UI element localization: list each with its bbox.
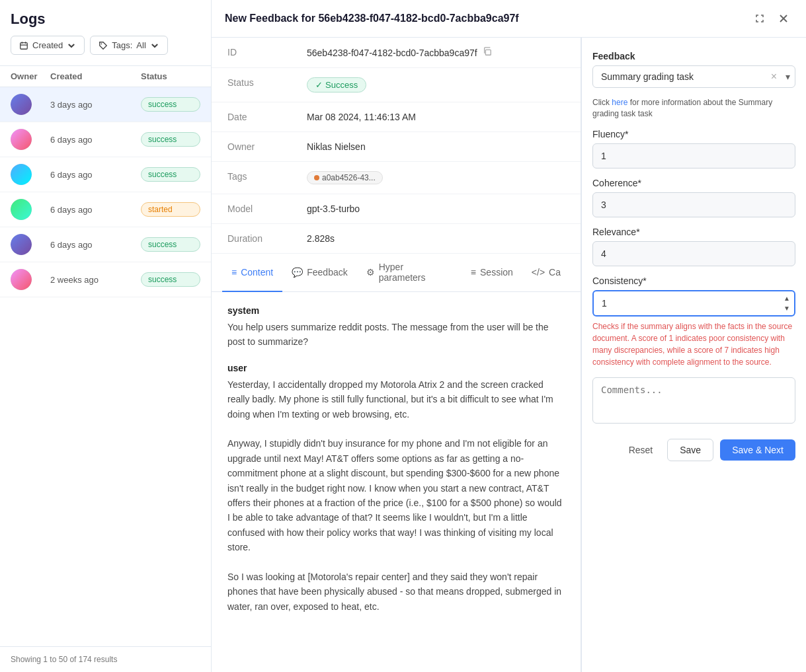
log-time: 6 days ago — [50, 205, 141, 215]
relevance-input[interactable] — [592, 241, 795, 266]
select-clear-button[interactable]: × — [771, 71, 777, 82]
modal-header-actions — [750, 9, 793, 28]
consistency-input-wrap: ▲ ▼ — [592, 290, 795, 317]
log-time: 6 days ago — [50, 170, 141, 180]
main-content: ID 56eb4238-f047-4182-bcd0-7acbba9ca97f … — [212, 38, 806, 672]
info-link[interactable]: here — [612, 98, 627, 107]
save-next-button[interactable]: Save & Next — [720, 439, 795, 461]
ca-tab-label: Ca — [549, 267, 561, 278]
feedback-section: Feedback Summary grading task × ▾ — [592, 51, 795, 88]
log-time: 2 weeks ago — [50, 275, 141, 285]
copy-id-button[interactable] — [483, 47, 492, 58]
modal-header: New Feedback for 56eb4238-f047-4182-bcd0… — [212, 0, 806, 38]
id-label: ID — [227, 47, 307, 57]
log-list: 3 days ago success 6 days ago success 6 … — [0, 87, 211, 646]
date-label: Date — [227, 112, 307, 122]
status-badge: started — [141, 202, 200, 217]
detail-row-duration: Duration 2.828s — [212, 224, 581, 254]
created-filter-button[interactable]: Created — [11, 36, 85, 55]
table-row[interactable]: 3 days ago success — [0, 87, 211, 122]
message-system: system You help users summarize reddit p… — [227, 305, 565, 350]
detail-row-tags: Tags a0ab4526-43... — [212, 162, 581, 194]
feedback-tab-label: Feedback — [307, 267, 347, 278]
table-row[interactable]: 6 days ago success — [0, 227, 211, 262]
tags-value: a0ab4526-43... — [307, 171, 565, 184]
spinner-buttons: ▲ ▼ — [781, 293, 793, 313]
tags-filter-button[interactable]: Tags: All — [90, 36, 168, 55]
log-time: 6 days ago — [50, 240, 141, 250]
pagination-info: Showing 1 to 50 of 174 results — [0, 646, 211, 672]
content-tab-icon: ≡ — [231, 267, 237, 278]
owner-label: Owner — [227, 141, 307, 152]
coherence-input[interactable] — [592, 192, 795, 217]
save-button[interactable]: Save — [667, 439, 713, 461]
fluency-input[interactable] — [592, 143, 795, 168]
tags-label: Tags — [227, 171, 307, 182]
spinner-up-button[interactable]: ▲ — [781, 293, 793, 303]
status-badge: success — [141, 132, 200, 147]
table-row[interactable]: 6 days ago started — [0, 192, 211, 227]
table-row[interactable]: 2 weeks ago success — [0, 262, 211, 297]
svg-rect-0 — [20, 42, 28, 49]
status-badge: success — [141, 167, 200, 182]
table-header: Owner Created Status — [0, 66, 211, 87]
copy-icon — [483, 47, 492, 56]
tabs-bar: ≡ Content 💬 Feedback ⚙ Hyper parameters … — [212, 254, 581, 292]
checkmark-icon: ✓ — [315, 80, 323, 90]
coherence-label: Coherence* — [592, 178, 795, 188]
tab-feedback[interactable]: 💬 Feedback — [282, 254, 356, 292]
comments-field — [592, 377, 795, 426]
detail-row-id: ID 56eb4238-f047-4182-bcd0-7acbba9ca97f — [212, 38, 581, 68]
msg-role-user: user — [227, 363, 565, 373]
consistency-input[interactable] — [592, 290, 795, 317]
session-tab-label: Session — [480, 267, 513, 278]
avatar — [11, 94, 32, 115]
tag-pill[interactable]: a0ab4526-43... — [307, 171, 383, 184]
duration-label: Duration — [227, 233, 307, 244]
content-body: system You help users summarize reddit p… — [212, 292, 581, 672]
reset-button[interactable]: Reset — [621, 439, 661, 461]
feedback-tab-icon: 💬 — [292, 267, 303, 278]
tag-icon — [99, 41, 108, 50]
spinner-down-button[interactable]: ▼ — [781, 303, 793, 313]
feedback-section-label: Feedback — [592, 51, 795, 61]
close-button[interactable] — [774, 9, 793, 28]
msg-text-user: Yesterday, I accidentally dropped my Mot… — [227, 377, 565, 614]
chevron-down-icon — [67, 41, 76, 50]
avatar — [11, 234, 32, 255]
message-user: user Yesterday, I accidentally dropped m… — [227, 363, 565, 614]
col-created: Created — [50, 71, 141, 81]
status-label: Status — [227, 77, 307, 88]
avatar — [11, 199, 32, 220]
feedback-select[interactable]: Summary grading task — [592, 65, 795, 88]
tags-filter-value: All — [136, 40, 145, 50]
model-value: gpt-3.5-turbo — [307, 204, 565, 214]
detail-row-model: Model gpt-3.5-turbo — [212, 194, 581, 224]
table-row[interactable]: 6 days ago success — [0, 157, 211, 192]
table-row[interactable]: 6 days ago success — [0, 122, 211, 157]
msg-text-system: You help users summarize reddit posts. T… — [227, 320, 565, 350]
date-value: Mar 08 2024, 11:46:13 AM — [307, 112, 565, 122]
fluency-label: Fluency* — [592, 129, 795, 139]
left-header: Logs Created Tags: All — [0, 0, 211, 66]
status-badge: success — [141, 237, 200, 252]
modal-title: New Feedback for 56eb4238-f047-4182-bcd0… — [225, 13, 519, 24]
avatar — [11, 164, 32, 185]
avatar — [11, 129, 32, 150]
status-badge-detail: ✓ Success — [307, 77, 366, 93]
svg-point-4 — [101, 43, 102, 44]
feedback-select-wrap: Summary grading task × ▾ — [592, 65, 795, 88]
owner-value: Niklas Nielsen — [307, 141, 565, 152]
log-time: 3 days ago — [50, 100, 141, 110]
comments-input[interactable] — [592, 377, 795, 424]
tab-session[interactable]: ≡ Session — [462, 254, 522, 292]
tab-content[interactable]: ≡ Content — [222, 254, 282, 292]
id-value: 56eb4238-f047-4182-bcd0-7acbba9ca97f — [307, 47, 565, 58]
tab-ca[interactable]: </> Ca — [522, 254, 570, 292]
info-text: Click here for more information about th… — [592, 97, 795, 120]
relevance-label: Relevance* — [592, 227, 795, 237]
detail-row-date: Date Mar 08 2024, 11:46:13 AM — [212, 102, 581, 132]
expand-button[interactable] — [750, 9, 769, 28]
close-icon — [779, 14, 788, 23]
tab-hyperparameters[interactable]: ⚙ Hyper parameters — [357, 254, 462, 292]
